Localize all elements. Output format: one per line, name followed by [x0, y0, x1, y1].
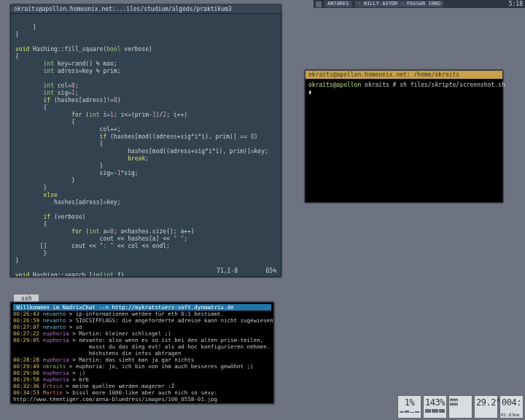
taskbar-clock: 5:18 — [509, 1, 523, 7]
monitor-cpu: 1% — [397, 395, 421, 419]
editor-status: 71,1-8 65% — [217, 268, 276, 275]
terminal-body[interactable]: okraits@apollon okraits # sh files/skrip… — [305, 79, 503, 203]
ssh-window: Willkommen im NadrixChat --> http://mykr… — [10, 302, 274, 404]
monitor-value: 1% — [400, 397, 419, 408]
ssh-log: 00:26:43 nevanto > ip-informationen werd… — [13, 311, 274, 404]
ssh-body[interactable]: Willkommen im NadrixChat --> http://mykr… — [10, 302, 274, 404]
prompt-user: okraits@apollon — [308, 82, 361, 88]
prompt-path: okraits — [365, 82, 389, 88]
monitor-value: 29.2° — [476, 397, 496, 408]
taskbar-menu-icon[interactable] — [316, 1, 322, 7]
monitor-value: 004: — [502, 397, 521, 408]
ssh-welcome: Willkommen im NadrixChat --> http://mykr… — [13, 304, 271, 311]
code-content: } } void Hashing::fill_square(bool verbo… — [15, 24, 281, 277]
window-titlebar[interactable]: okraits@apollon.homeunix.net:...iles/stu… — [10, 4, 281, 13]
monitor-temp: 29.2° — [474, 395, 498, 419]
taskbar: ANTARES · WILLY ASTOR - PASSAR INNO 5:18 — [314, 0, 525, 8]
monitor-uptime: 004: 01:03mm — [499, 395, 524, 419]
monitor-value: 143% — [425, 397, 445, 408]
monitor-bars-icon: ▤▤▤▤▤▤ — [450, 397, 471, 406]
monitor-net: ▤▤▤▤▤▤ — [448, 395, 472, 419]
window-titlebar[interactable]: okraits@apollon.homeunix.net: /home/okra… — [305, 70, 503, 79]
title-text: okraits@apollon.homeunix.net:...iles/stu… — [14, 6, 232, 12]
system-monitors: 1% 143% ▤▤▤▤▤▤ 29.2° 004: 01:03mm — [397, 395, 524, 419]
monitor-mem: 143% — [423, 395, 447, 419]
taskbar-item[interactable]: · WILLY ASTOR - PASSAR INNO — [355, 1, 444, 7]
editor-window: okraits@apollon.homeunix.net:...iles/stu… — [10, 4, 281, 277]
terminal-command: sh files/skripte/screenshot.sh — [400, 82, 505, 88]
editor-body[interactable]: } } void Hashing::fill_square(bool verbo… — [10, 13, 281, 277]
terminal-window: okraits@apollon.homeunix.net: /home/okra… — [305, 70, 503, 203]
monitor-sub: 01:03mm — [501, 413, 522, 417]
title-text: okraits@apollon.homeunix.net: /home/okra… — [308, 71, 459, 78]
cursor-icon: ▮ — [308, 89, 312, 96]
taskbar-item[interactable]: ANTARES — [324, 1, 352, 7]
